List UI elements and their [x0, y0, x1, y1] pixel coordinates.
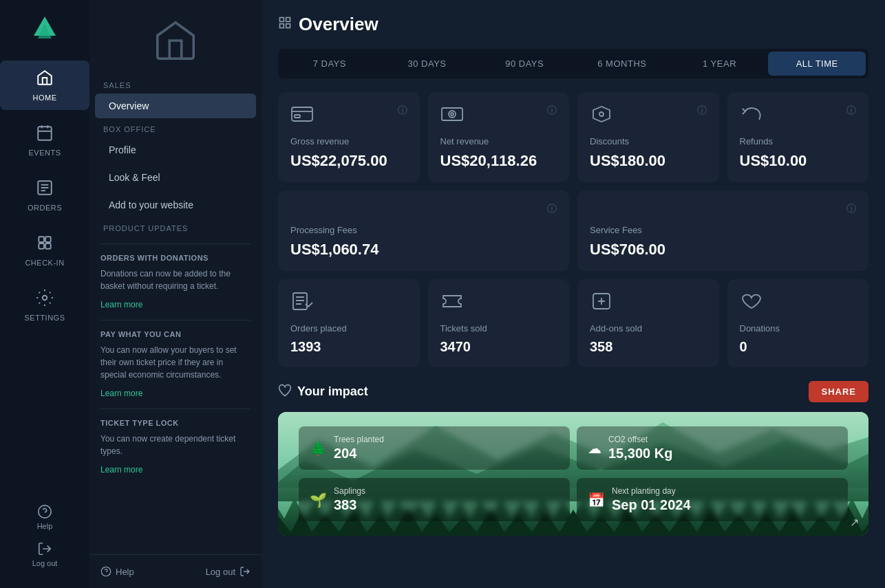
- sidebar-item-events[interactable]: EVENTS: [0, 116, 89, 165]
- update-ticketlock-title: TICKET TYPE LOCK: [100, 419, 250, 427]
- refunds-value: US$10.00: [740, 152, 857, 170]
- donations-label: Donations: [740, 323, 857, 334]
- net-revenue-label: Net revenue: [440, 136, 557, 146]
- svg-rect-15: [292, 107, 312, 121]
- update-paywhat-link[interactable]: Learn more: [100, 389, 142, 398]
- svg-point-19: [451, 113, 454, 116]
- trees-planted-label: Trees planted: [334, 435, 384, 444]
- forest-stat-planting: 📅 Next planting day Sep 01 2024: [577, 478, 848, 521]
- svg-rect-4: [39, 237, 44, 242]
- update-donations-text: Donations can now be added to the basket…: [100, 268, 250, 292]
- discounts-value: US$180.00: [590, 152, 707, 170]
- net-revenue-value: US$20,118.26: [440, 152, 557, 170]
- next-planting-value: Sep 01 2024: [612, 497, 691, 513]
- orders-placed-value: 1393: [290, 339, 407, 355]
- heart-icon: [740, 292, 763, 314]
- external-link-icon[interactable]: ↗: [850, 516, 859, 529]
- svg-rect-11: [280, 18, 284, 22]
- update-card-ticketlock: TICKET TYPE LOCK You can now create depe…: [100, 409, 250, 485]
- tab-6months[interactable]: 6 MONTHS: [573, 52, 671, 76]
- gross-revenue-label: Gross revenue: [290, 136, 407, 146]
- orders-icon: [36, 179, 54, 201]
- footer-help[interactable]: Help: [100, 566, 134, 577]
- cloud-icon: ☁: [588, 440, 601, 457]
- svg-rect-7: [45, 243, 51, 249]
- tab-7days[interactable]: 7 DAYS: [281, 52, 378, 76]
- nav-lookfeel[interactable]: Look & Feel: [95, 165, 256, 190]
- donations-value: 0: [740, 339, 857, 355]
- processing-fees-label: Processing Fees: [290, 225, 557, 235]
- events-icon: [36, 124, 54, 146]
- addons-sold-value: 358: [590, 339, 707, 355]
- cash-icon: [440, 105, 464, 127]
- svg-rect-17: [442, 108, 462, 120]
- stat-refunds: ⓘ Refunds US$10.00: [727, 92, 869, 182]
- product-updates-label: PRODUCT UPDATES: [89, 219, 262, 235]
- forest-stat-trees: 🌲 Trees planted 204: [299, 426, 570, 470]
- logo[interactable]: [30, 14, 60, 47]
- service-fees-label: Service Fees: [590, 225, 856, 235]
- help-button[interactable]: Help: [37, 504, 53, 530]
- gross-revenue-value: US$22,075.00: [290, 152, 407, 170]
- update-card-paywhat: PAY WHAT YOU CAN You can now allow your …: [100, 320, 250, 409]
- sidebar-item-home[interactable]: HOME: [0, 61, 89, 110]
- stat-net-revenue: ⓘ Net revenue US$20,118.26: [428, 92, 570, 182]
- ticket-icon: [440, 292, 464, 314]
- forest-stat-co2: ☁ CO2 offset 15,300 Kg: [577, 426, 848, 470]
- stat-gross-revenue: ⓘ Gross revenue US$22,075.00: [278, 92, 420, 182]
- addons-icon: [590, 292, 613, 314]
- forest-stat-saplings: 🌱 Saplings 383: [299, 478, 570, 521]
- sidebar-item-orders-label: ORDERS: [28, 204, 62, 212]
- svg-rect-2: [38, 127, 52, 140]
- svg-rect-6: [39, 243, 44, 249]
- info-icon-service[interactable]: ⓘ: [846, 203, 856, 215]
- sidebar-item-home-label: HOME: [33, 94, 57, 102]
- discounts-label: Discounts: [590, 136, 707, 146]
- co2-label: CO2 offset: [608, 435, 672, 444]
- sidebar: HOME EVENTS ORDERS: [0, 0, 89, 588]
- stats-top-grid: ⓘ Gross revenue US$22,075.00 ⓘ Net reven…: [278, 92, 868, 182]
- share-button[interactable]: SHARE: [809, 381, 868, 402]
- saplings-value: 383: [334, 497, 365, 513]
- update-donations-link[interactable]: Learn more: [100, 300, 142, 309]
- tab-1year[interactable]: 1 YEAR: [671, 52, 769, 76]
- sidebar-nav: HOME EVENTS ORDERS: [0, 61, 89, 330]
- nav-profile[interactable]: Profile: [95, 138, 256, 162]
- checkin-icon: [36, 234, 54, 256]
- nav-overview[interactable]: Overview: [95, 94, 256, 118]
- sidebar-item-checkin[interactable]: CHECK-IN: [0, 226, 89, 275]
- heart-impact-icon: [278, 384, 292, 400]
- settings-icon: [36, 289, 54, 311]
- boxoffice-section-label: BOX OFFICE: [89, 120, 262, 136]
- stat-processing-fees: ⓘ Processing Fees US$1,060.74: [278, 190, 569, 271]
- tag-icon: [590, 105, 613, 127]
- tree-icon: 🌲: [310, 440, 327, 457]
- tab-90days[interactable]: 90 DAYS: [476, 52, 573, 76]
- sidebar-item-events-label: EVENTS: [28, 149, 61, 157]
- stat-donations: Donations 0: [727, 279, 869, 367]
- sidebar-item-settings[interactable]: SETTINGS: [0, 281, 89, 330]
- stat-orders-placed: Orders placed 1393: [278, 279, 420, 367]
- update-ticketlock-link[interactable]: Learn more: [100, 465, 142, 475]
- svg-rect-12: [286, 18, 290, 22]
- nav-addwebsite[interactable]: Add to your website: [95, 193, 256, 217]
- tab-alltime[interactable]: ALL TIME: [768, 52, 866, 76]
- refund-icon: [740, 105, 763, 127]
- service-fees-value: US$706.00: [590, 241, 856, 259]
- info-icon-gross[interactable]: ⓘ: [398, 105, 407, 117]
- sapling-icon: 🌱: [310, 492, 327, 508]
- sidebar-item-orders[interactable]: ORDERS: [0, 171, 89, 220]
- logout-button[interactable]: Log out: [32, 541, 58, 567]
- info-icon-refunds[interactable]: ⓘ: [846, 105, 856, 117]
- svg-rect-5: [45, 237, 51, 242]
- middle-footer: Help Log out: [89, 554, 262, 588]
- update-card-donations: ORDERS WITH DONATIONS Donations can now …: [100, 243, 250, 320]
- svg-rect-16: [295, 115, 300, 118]
- stats-bot-grid: Orders placed 1393 Tickets sold 3470: [278, 279, 868, 367]
- home-icon: [36, 69, 54, 91]
- info-icon-net[interactable]: ⓘ: [547, 105, 557, 117]
- info-icon-processing[interactable]: ⓘ: [547, 203, 557, 215]
- tab-30days[interactable]: 30 DAYS: [378, 52, 476, 76]
- footer-logout[interactable]: Log out: [206, 566, 250, 577]
- info-icon-discounts[interactable]: ⓘ: [697, 105, 707, 117]
